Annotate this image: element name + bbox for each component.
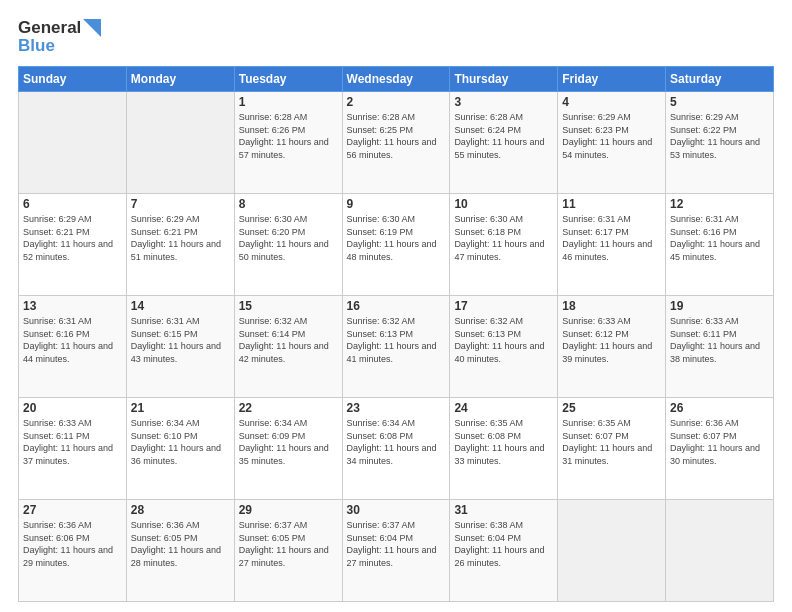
day-info: Sunrise: 6:31 AMSunset: 6:16 PMDaylight:… [23,315,122,365]
day-info: Sunrise: 6:37 AMSunset: 6:05 PMDaylight:… [239,519,338,569]
logo-text-blue: Blue [18,36,55,56]
day-cell: 17Sunrise: 6:32 AMSunset: 6:13 PMDayligh… [450,296,558,398]
week-row-0: 1Sunrise: 6:28 AMSunset: 6:26 PMDaylight… [19,92,774,194]
day-cell: 13Sunrise: 6:31 AMSunset: 6:16 PMDayligh… [19,296,127,398]
day-info: Sunrise: 6:33 AMSunset: 6:11 PMDaylight:… [670,315,769,365]
day-cell: 7Sunrise: 6:29 AMSunset: 6:21 PMDaylight… [126,194,234,296]
day-cell: 18Sunrise: 6:33 AMSunset: 6:12 PMDayligh… [558,296,666,398]
day-info: Sunrise: 6:37 AMSunset: 6:04 PMDaylight:… [347,519,446,569]
day-number: 21 [131,401,230,415]
day-cell: 22Sunrise: 6:34 AMSunset: 6:09 PMDayligh… [234,398,342,500]
day-cell: 16Sunrise: 6:32 AMSunset: 6:13 PMDayligh… [342,296,450,398]
day-info: Sunrise: 6:32 AMSunset: 6:14 PMDaylight:… [239,315,338,365]
day-info: Sunrise: 6:31 AMSunset: 6:16 PMDaylight:… [670,213,769,263]
week-row-3: 20Sunrise: 6:33 AMSunset: 6:11 PMDayligh… [19,398,774,500]
day-cell: 28Sunrise: 6:36 AMSunset: 6:05 PMDayligh… [126,500,234,602]
day-cell [666,500,774,602]
day-cell: 23Sunrise: 6:34 AMSunset: 6:08 PMDayligh… [342,398,450,500]
day-number: 9 [347,197,446,211]
svg-marker-0 [83,19,101,37]
day-info: Sunrise: 6:29 AMSunset: 6:21 PMDaylight:… [23,213,122,263]
day-number: 24 [454,401,553,415]
day-cell [126,92,234,194]
week-row-1: 6Sunrise: 6:29 AMSunset: 6:21 PMDaylight… [19,194,774,296]
day-number: 17 [454,299,553,313]
day-info: Sunrise: 6:34 AMSunset: 6:10 PMDaylight:… [131,417,230,467]
header-day-wednesday: Wednesday [342,67,450,92]
day-number: 1 [239,95,338,109]
day-cell [558,500,666,602]
day-cell: 29Sunrise: 6:37 AMSunset: 6:05 PMDayligh… [234,500,342,602]
day-info: Sunrise: 6:31 AMSunset: 6:15 PMDaylight:… [131,315,230,365]
day-number: 4 [562,95,661,109]
day-cell: 4Sunrise: 6:29 AMSunset: 6:23 PMDaylight… [558,92,666,194]
day-cell: 12Sunrise: 6:31 AMSunset: 6:16 PMDayligh… [666,194,774,296]
week-row-2: 13Sunrise: 6:31 AMSunset: 6:16 PMDayligh… [19,296,774,398]
day-number: 8 [239,197,338,211]
day-info: Sunrise: 6:38 AMSunset: 6:04 PMDaylight:… [454,519,553,569]
day-info: Sunrise: 6:28 AMSunset: 6:24 PMDaylight:… [454,111,553,161]
day-cell [19,92,127,194]
day-number: 5 [670,95,769,109]
day-info: Sunrise: 6:34 AMSunset: 6:09 PMDaylight:… [239,417,338,467]
day-info: Sunrise: 6:28 AMSunset: 6:25 PMDaylight:… [347,111,446,161]
day-number: 18 [562,299,661,313]
day-cell: 5Sunrise: 6:29 AMSunset: 6:22 PMDaylight… [666,92,774,194]
day-info: Sunrise: 6:33 AMSunset: 6:12 PMDaylight:… [562,315,661,365]
day-info: Sunrise: 6:34 AMSunset: 6:08 PMDaylight:… [347,417,446,467]
day-number: 16 [347,299,446,313]
day-cell: 31Sunrise: 6:38 AMSunset: 6:04 PMDayligh… [450,500,558,602]
header: General Blue [18,18,774,56]
day-cell: 24Sunrise: 6:35 AMSunset: 6:08 PMDayligh… [450,398,558,500]
day-number: 15 [239,299,338,313]
page: General Blue SundayMondayTuesdayWednesda… [0,0,792,612]
day-cell: 10Sunrise: 6:30 AMSunset: 6:18 PMDayligh… [450,194,558,296]
header-day-monday: Monday [126,67,234,92]
header-day-friday: Friday [558,67,666,92]
day-number: 30 [347,503,446,517]
logo: General Blue [18,18,101,56]
day-info: Sunrise: 6:33 AMSunset: 6:11 PMDaylight:… [23,417,122,467]
day-cell: 20Sunrise: 6:33 AMSunset: 6:11 PMDayligh… [19,398,127,500]
day-cell: 21Sunrise: 6:34 AMSunset: 6:10 PMDayligh… [126,398,234,500]
day-cell: 19Sunrise: 6:33 AMSunset: 6:11 PMDayligh… [666,296,774,398]
day-number: 22 [239,401,338,415]
day-number: 7 [131,197,230,211]
day-info: Sunrise: 6:32 AMSunset: 6:13 PMDaylight:… [347,315,446,365]
day-info: Sunrise: 6:29 AMSunset: 6:22 PMDaylight:… [670,111,769,161]
day-cell: 1Sunrise: 6:28 AMSunset: 6:26 PMDaylight… [234,92,342,194]
day-number: 28 [131,503,230,517]
day-number: 2 [347,95,446,109]
header-day-tuesday: Tuesday [234,67,342,92]
day-info: Sunrise: 6:29 AMSunset: 6:23 PMDaylight:… [562,111,661,161]
week-row-4: 27Sunrise: 6:36 AMSunset: 6:06 PMDayligh… [19,500,774,602]
header-day-sunday: Sunday [19,67,127,92]
day-number: 10 [454,197,553,211]
day-info: Sunrise: 6:36 AMSunset: 6:05 PMDaylight:… [131,519,230,569]
day-cell: 30Sunrise: 6:37 AMSunset: 6:04 PMDayligh… [342,500,450,602]
logo-text-general: General [18,18,81,38]
header-day-saturday: Saturday [666,67,774,92]
day-cell: 11Sunrise: 6:31 AMSunset: 6:17 PMDayligh… [558,194,666,296]
day-cell: 2Sunrise: 6:28 AMSunset: 6:25 PMDaylight… [342,92,450,194]
day-info: Sunrise: 6:30 AMSunset: 6:20 PMDaylight:… [239,213,338,263]
day-number: 23 [347,401,446,415]
logo-container: General Blue [18,18,101,56]
day-number: 12 [670,197,769,211]
day-cell: 6Sunrise: 6:29 AMSunset: 6:21 PMDaylight… [19,194,127,296]
header-row: SundayMondayTuesdayWednesdayThursdayFrid… [19,67,774,92]
day-cell: 25Sunrise: 6:35 AMSunset: 6:07 PMDayligh… [558,398,666,500]
day-number: 6 [23,197,122,211]
day-number: 31 [454,503,553,517]
day-number: 29 [239,503,338,517]
day-cell: 14Sunrise: 6:31 AMSunset: 6:15 PMDayligh… [126,296,234,398]
day-info: Sunrise: 6:36 AMSunset: 6:07 PMDaylight:… [670,417,769,467]
day-number: 19 [670,299,769,313]
day-number: 13 [23,299,122,313]
day-number: 3 [454,95,553,109]
day-info: Sunrise: 6:30 AMSunset: 6:18 PMDaylight:… [454,213,553,263]
day-info: Sunrise: 6:31 AMSunset: 6:17 PMDaylight:… [562,213,661,263]
day-cell: 27Sunrise: 6:36 AMSunset: 6:06 PMDayligh… [19,500,127,602]
day-cell: 15Sunrise: 6:32 AMSunset: 6:14 PMDayligh… [234,296,342,398]
day-cell: 9Sunrise: 6:30 AMSunset: 6:19 PMDaylight… [342,194,450,296]
